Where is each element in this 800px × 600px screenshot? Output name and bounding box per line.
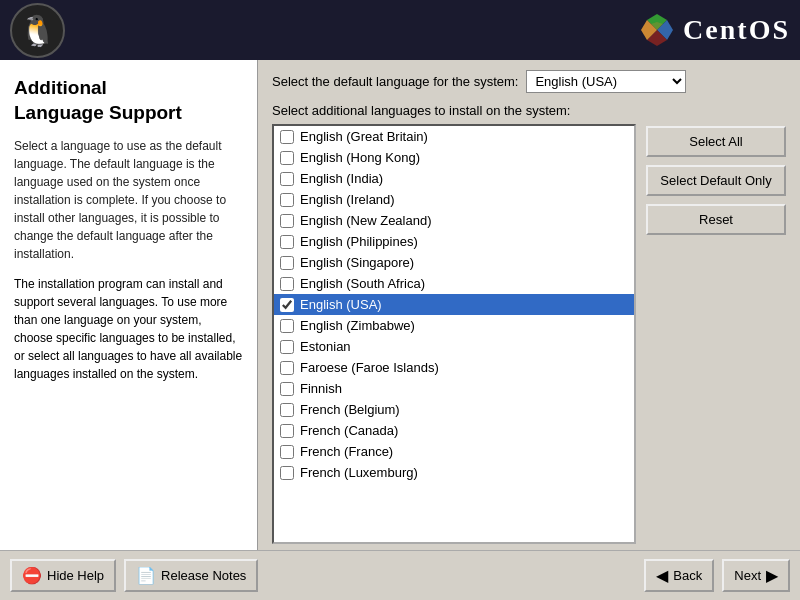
language-checkbox[interactable] xyxy=(280,256,294,270)
notes-icon: 📄 xyxy=(136,566,156,585)
language-name: English (Ireland) xyxy=(300,192,395,207)
language-checkbox[interactable] xyxy=(280,382,294,396)
language-list-container: English (Great Britain)English (Hong Kon… xyxy=(272,124,636,544)
language-name: English (New Zealand) xyxy=(300,213,432,228)
language-name: English (South Africa) xyxy=(300,276,425,291)
list-item[interactable]: English (Great Britain) xyxy=(274,126,634,147)
language-name: French (Luxemburg) xyxy=(300,465,418,480)
bottom-bar: ⛔ Hide Help 📄 Release Notes ◀ Back Next … xyxy=(0,550,800,600)
language-checkbox[interactable] xyxy=(280,214,294,228)
main-content: Additional Language Support Select a lan… xyxy=(0,60,800,550)
language-checkbox[interactable] xyxy=(280,424,294,438)
next-button[interactable]: Next ▶ xyxy=(722,559,790,592)
language-checkbox[interactable] xyxy=(280,298,294,312)
language-checkbox[interactable] xyxy=(280,235,294,249)
reset-button[interactable]: Reset xyxy=(646,204,786,235)
list-item[interactable]: English (Ireland) xyxy=(274,189,634,210)
language-checkbox[interactable] xyxy=(280,445,294,459)
language-name: English (Great Britain) xyxy=(300,129,428,144)
default-language-row: Select the default language for the syst… xyxy=(272,70,786,93)
language-checkbox[interactable] xyxy=(280,466,294,480)
language-name: Faroese (Faroe Islands) xyxy=(300,360,439,375)
release-notes-button[interactable]: 📄 Release Notes xyxy=(124,559,258,592)
additional-language-label: Select additional languages to install o… xyxy=(272,103,786,118)
list-item[interactable]: English (South Africa) xyxy=(274,273,634,294)
list-item[interactable]: Faroese (Faroe Islands) xyxy=(274,357,634,378)
bottom-right-buttons: ◀ Back Next ▶ xyxy=(644,559,790,592)
hide-help-label: Hide Help xyxy=(47,568,104,583)
default-language-label: Select the default language for the syst… xyxy=(272,74,518,89)
list-item[interactable]: Estonian xyxy=(274,336,634,357)
back-label: Back xyxy=(673,568,702,583)
list-item[interactable]: Finnish xyxy=(274,378,634,399)
panel-description-2: The installation program can install and… xyxy=(14,275,243,383)
language-name: English (India) xyxy=(300,171,383,186)
back-button[interactable]: ◀ Back xyxy=(644,559,714,592)
panel-title: Additional Language Support xyxy=(14,76,243,125)
left-panel: Additional Language Support Select a lan… xyxy=(0,60,258,550)
language-checkbox[interactable] xyxy=(280,361,294,375)
centos-brand-text: CentOS xyxy=(683,14,790,46)
language-name: French (Belgium) xyxy=(300,402,400,417)
language-name: Estonian xyxy=(300,339,351,354)
centos-gem-icon xyxy=(639,12,675,48)
language-name: English (Zimbabwe) xyxy=(300,318,415,333)
next-icon: ▶ xyxy=(766,566,778,585)
language-checkbox[interactable] xyxy=(280,193,294,207)
list-item[interactable]: English (New Zealand) xyxy=(274,210,634,231)
next-label: Next xyxy=(734,568,761,583)
list-item[interactable]: English (USA) xyxy=(274,294,634,315)
centos-logo: CentOS xyxy=(639,12,790,48)
language-name: English (Singapore) xyxy=(300,255,414,270)
language-name: French (Canada) xyxy=(300,423,398,438)
top-bar: 🐧 CentOS xyxy=(0,0,800,60)
language-name: English (USA) xyxy=(300,297,382,312)
back-icon: ◀ xyxy=(656,566,668,585)
language-checkbox[interactable] xyxy=(280,130,294,144)
list-item[interactable]: French (Luxemburg) xyxy=(274,462,634,483)
bottom-left-buttons: ⛔ Hide Help 📄 Release Notes xyxy=(10,559,258,592)
list-item[interactable]: French (France) xyxy=(274,441,634,462)
language-name: English (Philippines) xyxy=(300,234,418,249)
release-notes-label: Release Notes xyxy=(161,568,246,583)
tux-logo: 🐧 xyxy=(10,3,65,58)
list-item[interactable]: English (Singapore) xyxy=(274,252,634,273)
language-checkbox[interactable] xyxy=(280,403,294,417)
help-icon: ⛔ xyxy=(22,566,42,585)
panel-description-1: Select a language to use as the default … xyxy=(14,137,243,263)
select-all-button[interactable]: Select All xyxy=(646,126,786,157)
list-item[interactable]: French (Belgium) xyxy=(274,399,634,420)
language-checkbox[interactable] xyxy=(280,172,294,186)
language-checkbox[interactable] xyxy=(280,277,294,291)
list-item[interactable]: English (Philippines) xyxy=(274,231,634,252)
language-name: Finnish xyxy=(300,381,342,396)
list-and-buttons-container: English (Great Britain)English (Hong Kon… xyxy=(272,124,786,544)
hide-help-button[interactable]: ⛔ Hide Help xyxy=(10,559,116,592)
language-checkbox[interactable] xyxy=(280,340,294,354)
language-checkbox[interactable] xyxy=(280,319,294,333)
language-checkbox[interactable] xyxy=(280,151,294,165)
list-item[interactable]: French (Canada) xyxy=(274,420,634,441)
select-default-only-button[interactable]: Select Default Only xyxy=(646,165,786,196)
language-name: French (France) xyxy=(300,444,393,459)
default-language-select[interactable]: English (USA) xyxy=(526,70,686,93)
action-buttons-panel: Select All Select Default Only Reset xyxy=(646,124,786,544)
language-name: English (Hong Kong) xyxy=(300,150,420,165)
language-list[interactable]: English (Great Britain)English (Hong Kon… xyxy=(274,126,634,542)
right-area: Select the default language for the syst… xyxy=(258,60,800,550)
list-item[interactable]: English (Zimbabwe) xyxy=(274,315,634,336)
list-item[interactable]: English (Hong Kong) xyxy=(274,147,634,168)
list-item[interactable]: English (India) xyxy=(274,168,634,189)
